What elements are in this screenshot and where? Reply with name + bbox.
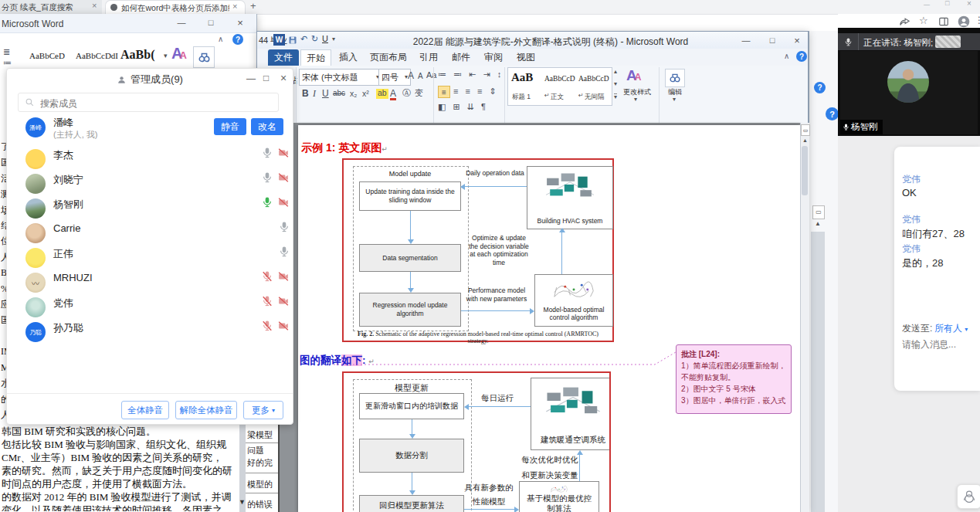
- change-styles-icon[interactable]: AA: [626, 67, 641, 84]
- gallery-down-icon[interactable]: ▾: [614, 81, 617, 87]
- camera-off-icon[interactable]: [277, 172, 290, 183]
- maximize-icon[interactable]: □: [761, 33, 784, 47]
- style-chip-nospacing[interactable]: AaBbCcD ↵ 无间隔: [578, 70, 610, 103]
- mic-icon[interactable]: [262, 147, 273, 159]
- tab-mailings[interactable]: 邮件: [446, 49, 476, 66]
- search-input[interactable]: [39, 95, 273, 111]
- tab-file[interactable]: 文件: [268, 49, 299, 66]
- font-name-combo[interactable]: 宋体 (中文标题 ▾: [299, 69, 382, 86]
- tab-home[interactable]: 开始: [300, 49, 331, 66]
- qat-customize-icon[interactable]: ▾: [332, 36, 335, 42]
- browser-tab-1[interactable]: 分页 续表_百度搜索 ×: [0, 0, 102, 14]
- strikethrough-icon[interactable]: abc: [333, 90, 345, 97]
- mic-icon[interactable]: [262, 171, 273, 184]
- qq-button[interactable]: [957, 484, 980, 509]
- minimize-icon[interactable]: —: [168, 15, 195, 29]
- underline-qat-icon[interactable]: U: [322, 35, 328, 43]
- tab-close-icon[interactable]: ×: [92, 2, 97, 10]
- tab-insert[interactable]: 插入: [333, 49, 364, 66]
- chat-input[interactable]: [900, 337, 979, 352]
- paragraph-icons-row2[interactable]: ≡ ≡ ≡ ⇕: [453, 87, 499, 96]
- tab-page-layout[interactable]: 页面布局: [365, 49, 412, 66]
- tab-close-icon[interactable]: ×: [232, 2, 237, 11]
- style-chip[interactable]: AaBbCeD: [29, 51, 65, 60]
- bookmark-star-icon[interactable]: ☆: [919, 15, 928, 25]
- shrink-font-icon[interactable]: A: [418, 73, 423, 80]
- ruler-toggle-icon[interactable]: ▭: [812, 205, 825, 219]
- doc-scrollbar[interactable]: ▭ ▲: [800, 123, 809, 512]
- scroll-down-icon[interactable]: ▼: [239, 499, 246, 506]
- maximize-icon[interactable]: □: [198, 15, 224, 29]
- camera-off-icon[interactable]: [277, 320, 290, 331]
- mic-icon[interactable]: [279, 221, 290, 233]
- font-size-combo[interactable]: 四号 ▾: [378, 69, 411, 86]
- video-tile[interactable]: 杨智刚: [840, 51, 978, 134]
- style-chip[interactable]: AaBb(: [120, 48, 154, 62]
- tab-view[interactable]: 视图: [510, 49, 541, 66]
- search-box[interactable]: [18, 93, 279, 112]
- profile-avatar-icon[interactable]: [958, 15, 970, 28]
- sidebar-icon[interactable]: [938, 16, 949, 27]
- scroll-up-icon[interactable]: ▲: [815, 221, 821, 227]
- indent-icon[interactable]: ≣: [3, 48, 10, 56]
- change-styles-icon[interactable]: AA: [171, 45, 187, 63]
- italic-icon[interactable]: I: [313, 89, 316, 98]
- mic-muted-icon[interactable]: [262, 295, 273, 307]
- browser-minimize-icon[interactable]: —: [924, 2, 930, 8]
- close-icon[interactable]: ×: [227, 15, 253, 29]
- mic-muted-icon[interactable]: [262, 270, 273, 283]
- send-target-dropdown[interactable]: 所有人 ▾: [934, 322, 968, 335]
- mute-all-button[interactable]: 全体静音: [121, 401, 169, 419]
- paragraph-icons-row1[interactable]: ≔ ≕ ⇤ ⇥ ↕: [438, 70, 504, 79]
- unmute-all-button[interactable]: 解除全体静音: [175, 401, 237, 419]
- find-binoculars-icon[interactable]: [665, 69, 685, 87]
- minimize-icon[interactable]: —: [734, 33, 758, 47]
- member-row[interactable]: 乃聪 孙乃聪: [7, 322, 294, 353]
- member-row[interactable]: 潘峰 潘峰 (主持人, 我) 静音 改名: [7, 115, 294, 149]
- doc-page[interactable]: [298, 125, 800, 512]
- style-chip-normal[interactable]: AaBbCcD ↵ 正文: [544, 70, 576, 103]
- minimize-icon[interactable]: —: [246, 74, 256, 83]
- help-icon[interactable]: ?: [232, 34, 243, 45]
- ruler-toggle-icon[interactable]: ▭: [801, 124, 810, 136]
- left-word-titlebar[interactable]: Microsoft Word — □ ×: [0, 14, 256, 33]
- tab-references[interactable]: 引用: [413, 49, 444, 66]
- save-icon[interactable]: [288, 36, 297, 45]
- clear-format-icon[interactable]: 变: [415, 89, 423, 97]
- ribbon-collapse-icon[interactable]: ∧: [784, 53, 789, 60]
- grow-font-icon[interactable]: A: [408, 71, 414, 80]
- mute-button[interactable]: 静音: [214, 118, 246, 135]
- camera-off-icon[interactable]: [277, 197, 290, 208]
- superscript-icon[interactable]: x²: [362, 90, 369, 98]
- underline-icon[interactable]: U: [322, 89, 329, 98]
- help-icon[interactable]: ?: [796, 51, 807, 62]
- align-left-icon[interactable]: ≡: [438, 86, 450, 98]
- font-color-icon[interactable]: A: [390, 89, 396, 100]
- ribbon-collapse-icon[interactable]: ∧: [218, 36, 223, 43]
- camera-off-icon[interactable]: [277, 271, 290, 282]
- browser-tab-2[interactable]: 如何在word中表格分页后添加续 ×: [105, 0, 246, 15]
- style-chip[interactable]: AaBbCcDdI: [76, 51, 118, 60]
- rename-button[interactable]: 改名: [251, 118, 283, 135]
- mic-muted-icon[interactable]: [262, 320, 273, 332]
- word-titlebar[interactable]: 44 毕业 W ↶ ↻ U ▾ 2022届 能源与建筑学院-外文翻译-格式说明 …: [257, 32, 808, 49]
- bold-icon[interactable]: B: [302, 89, 309, 98]
- change-case-icon[interactable]: Aa: [426, 71, 436, 80]
- find-binoculars-icon[interactable]: [193, 46, 215, 68]
- tab-review[interactable]: 审阅: [478, 49, 509, 66]
- browser-close-icon[interactable]: ×: [967, 0, 972, 8]
- mic-active-icon[interactable]: [262, 196, 273, 209]
- camera-off-icon[interactable]: [277, 147, 290, 158]
- highlight-color-icon[interactable]: ab: [376, 89, 388, 99]
- share-icon[interactable]: [899, 16, 910, 28]
- more-button[interactable]: 更多 ▾: [243, 401, 283, 419]
- paragraph-icons-row3[interactable]: ◧ ⊞ ⇊ ¶: [438, 103, 488, 111]
- scroll-up-icon[interactable]: ▲: [802, 137, 808, 143]
- new-tab-icon[interactable]: +: [250, 1, 256, 11]
- help-icon[interactable]: ?: [814, 82, 826, 93]
- character-border-icon[interactable]: Ⓐ: [402, 89, 411, 97]
- list-icon[interactable]: ≔: [3, 59, 12, 67]
- subscript-icon[interactable]: x₂: [350, 90, 357, 98]
- browser-maximize-icon[interactable]: □: [945, 0, 949, 7]
- close-icon[interactable]: ×: [280, 73, 287, 83]
